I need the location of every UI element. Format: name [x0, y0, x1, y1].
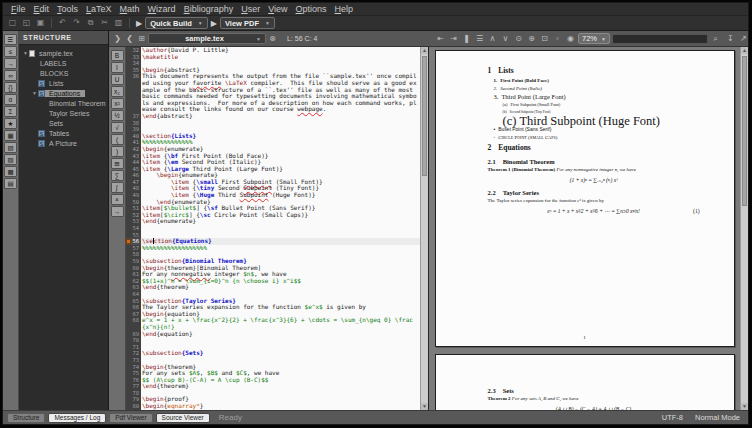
line-number[interactable]: 59 [126, 258, 141, 265]
open-file-select[interactable]: sample.tex ▼ [148, 33, 266, 44]
previous-page-icon[interactable]: ∧ [487, 34, 498, 43]
asymptote-icon[interactable]: ▩ [4, 166, 17, 177]
structure-item-labels[interactable]: LABELS [20, 58, 107, 68]
editor-scrollbar[interactable]: ▲ ▼ [420, 47, 428, 410]
sqrt-icon[interactable]: √ [111, 122, 124, 133]
pointer-icon[interactable]: ⊙ [513, 34, 524, 43]
line-number[interactable]: 43 [126, 153, 141, 160]
editor-scrollbar-thumb[interactable] [422, 56, 427, 176]
split-view-icon[interactable]: ⊞ [136, 34, 147, 43]
code-line[interactable]: 72\subsection{Sets} [126, 350, 420, 357]
line-number[interactable]: 62 [126, 278, 141, 285]
code-line[interactable]: 36This document represents the output fr… [126, 73, 420, 113]
line-number[interactable]: 46 [126, 172, 141, 179]
pdf-scrollbar[interactable]: ▲ ▼ [740, 47, 748, 410]
arrow-symbols-icon[interactable]: → [4, 58, 17, 69]
external-viewer-icon[interactable]: ↗ [738, 34, 749, 43]
structure-item-binomial-theorem[interactable]: Binomial Theorem [20, 98, 107, 108]
menu-options[interactable]: Options [292, 4, 331, 14]
line-number[interactable]: 71 [126, 344, 141, 351]
code-line[interactable]: 33\maketitle [126, 54, 420, 61]
fit-page-icon[interactable]: ▫ [552, 34, 563, 43]
line-number[interactable]: 41 [126, 139, 141, 146]
fraction-icon[interactable]: ½ [111, 110, 124, 121]
structure-item-a-picture[interactable]: SA Picture [20, 138, 107, 148]
line-number[interactable]: 50 [126, 199, 141, 206]
structure-item-tables[interactable]: STables [20, 128, 107, 138]
line-number[interactable]: 64 [126, 291, 141, 298]
right-paren-icon[interactable]: ) [111, 146, 124, 157]
code-line[interactable]: 54 [126, 225, 420, 232]
line-number[interactable]: 80 [126, 403, 141, 410]
scroll-down-icon[interactable]: ▼ [421, 403, 428, 410]
view-pdf-select[interactable]: View PDF ▼ [220, 17, 275, 29]
line-number[interactable]: 65 [126, 298, 141, 305]
structure-item-sample-tex[interactable]: ▼sample.tex [20, 48, 107, 58]
line-number[interactable]: 79 [126, 396, 141, 403]
menu-edit[interactable]: Edit [30, 4, 54, 14]
structure-item-equations[interactable]: ▼SEquations [20, 88, 107, 98]
line-number[interactable]: 33 [126, 54, 141, 61]
arrow-icon[interactable]: → [111, 206, 124, 217]
run-quick-build-icon[interactable]: ▶ [136, 19, 142, 28]
line-number[interactable]: 68 [126, 317, 141, 330]
most-used-symbols-icon[interactable]: Σ [4, 106, 17, 117]
single-page-mode-icon[interactable]: ❚ [461, 34, 472, 43]
editor-lines[interactable]: 32\author{David P. Little}33\maketitle34… [126, 47, 420, 410]
pdf-scrollbar-thumb[interactable] [742, 56, 747, 206]
line-number[interactable]: 39 [126, 126, 141, 133]
line-number[interactable]: 56 [126, 238, 141, 245]
run-view-pdf-icon[interactable]: ▶ [211, 19, 217, 28]
close-document-icon[interactable]: ⊗ [267, 34, 278, 43]
source-editor[interactable]: 32\author{David P. Little}33\maketitle34… [126, 47, 428, 410]
last-page-icon[interactable]: ⇥ [448, 34, 459, 43]
tikz-icon[interactable]: ▨ [4, 154, 17, 165]
line-number[interactable]: 49 [126, 192, 141, 199]
open-file-icon[interactable]: ◱ [20, 17, 33, 29]
structure-item-lists[interactable]: SLists [20, 78, 107, 88]
code-line[interactable]: 38 [126, 120, 420, 127]
times-icon[interactable]: × [111, 194, 124, 205]
continuous-mode-icon[interactable]: ☰ [474, 34, 485, 43]
line-number[interactable]: 75 [126, 370, 141, 377]
line-number[interactable]: 61 [126, 271, 141, 278]
line-number[interactable]: 77 [126, 383, 141, 390]
greek-letters-icon[interactable]: α [4, 94, 17, 105]
line-number[interactable]: 76 [126, 377, 141, 384]
superscript-icon[interactable]: x² [111, 98, 124, 109]
structure-panel-icon[interactable]: ☰ [4, 34, 17, 45]
subscript-icon[interactable]: x₂ [111, 86, 124, 97]
integral-icon[interactable]: ∫ [111, 182, 124, 193]
code-line[interactable]: 63\end{theorem} [126, 284, 420, 291]
delimiters-icon[interactable]: {} [4, 82, 17, 93]
line-number[interactable]: 58 [126, 251, 141, 258]
zoom-in-icon[interactable]: ⊕ [526, 34, 537, 43]
line-number[interactable]: 60 [126, 265, 141, 272]
line-number[interactable]: 63 [126, 284, 141, 291]
line-number[interactable]: 38 [126, 120, 141, 127]
line-number[interactable]: 74 [126, 364, 141, 371]
matrix-icon[interactable]: ⊞ [111, 158, 124, 169]
scroll-up-icon[interactable]: ▲ [421, 47, 428, 54]
menu-user[interactable]: User [237, 4, 264, 14]
bottom-tab-messages-log[interactable]: Messages / Log [48, 413, 106, 423]
code-line[interactable]: 80\begin{eqnarray*} [126, 403, 420, 410]
next-page-icon[interactable]: ∨ [500, 34, 511, 43]
favourites-icon[interactable]: ★ [4, 118, 17, 129]
structure-item-blocks[interactable]: BLOCKS [20, 68, 107, 78]
sum-icon[interactable]: ∑ [111, 170, 124, 181]
relation-symbols-icon[interactable]: ≤ [4, 46, 17, 57]
bottom-tab-source-viewer[interactable]: Source Viewer [156, 413, 210, 423]
line-number[interactable]: 44 [126, 159, 141, 166]
italic-icon[interactable]: I [111, 62, 124, 73]
line-number[interactable]: 48 [126, 185, 141, 192]
line-number[interactable]: 32 [126, 47, 141, 54]
line-number[interactable]: 66 [126, 304, 141, 311]
line-number[interactable]: 45 [126, 166, 141, 173]
misc-math-icon[interactable]: ∞ [4, 70, 17, 81]
line-number[interactable]: 78 [126, 390, 141, 397]
line-number[interactable]: 47 [126, 179, 141, 186]
first-page-icon[interactable]: ⇤ [435, 34, 446, 43]
paste-icon[interactable]: ▥ [112, 17, 125, 29]
code-line[interactable]: 70 [126, 337, 420, 344]
